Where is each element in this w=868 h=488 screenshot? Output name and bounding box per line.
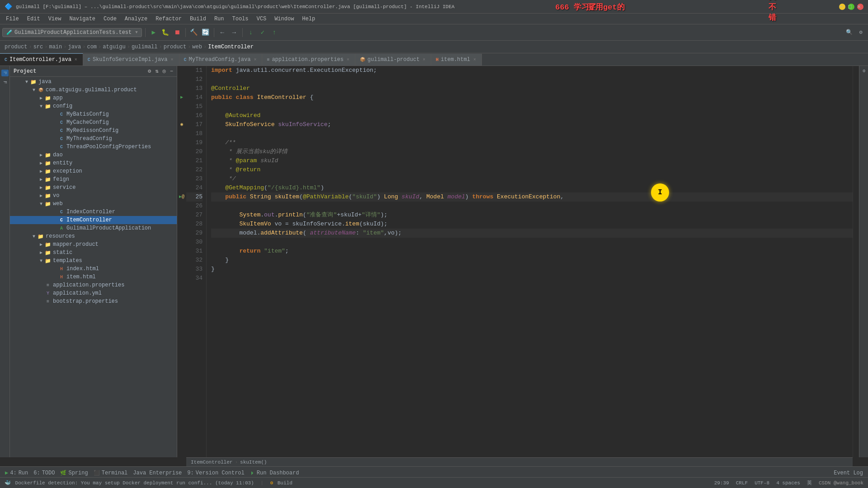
search-everywhere-button[interactable]: 🔍 — [844, 28, 854, 38]
tab-gulimall-product[interactable]: 📦 gulimall-product × — [355, 54, 431, 66]
tab-application-properties[interactable]: ≡ application.properties × — [262, 54, 355, 66]
tab-close-item-html[interactable]: × — [472, 57, 477, 63]
code-editor[interactable]: I ▶ ◉ — [177, 66, 859, 457]
menu-code[interactable]: Code — [100, 15, 120, 23]
build-button[interactable]: 🔨 — [189, 28, 199, 38]
bc-atguigu[interactable]: atguigu — [103, 44, 125, 50]
menu-navigate[interactable]: Navigate — [66, 15, 99, 23]
tree-threadpoolconfigproperties[interactable]: C ThreadPoolConfigProperties — [10, 143, 177, 151]
bottom-tab-event-log[interactable]: Event Log — [831, 469, 866, 477]
menu-build[interactable]: Build — [186, 15, 210, 23]
tree-feign-folder[interactable]: ▶ 📁 feign — [10, 175, 177, 183]
bottom-tab-java-enterprise[interactable]: Java Enterprise — [130, 469, 184, 477]
tree-resources-folder[interactable]: ▼ 📁 resources — [10, 232, 177, 240]
tab-mythreadconfig[interactable]: C MyThreadConfig.java × — [179, 54, 263, 66]
forward-button[interactable]: → — [229, 28, 239, 38]
tree-item-html[interactable]: H item.html — [10, 273, 177, 281]
tree-myredissonconfig[interactable]: C MyRedissonConfig — [10, 127, 177, 135]
tree-service-folder[interactable]: ▶ 📁 service — [10, 183, 177, 192]
tree-web-folder[interactable]: ▼ 📁 web — [10, 200, 177, 208]
tree-gulimallproductapplication[interactable]: A GulimallProductApplication — [10, 224, 177, 232]
tab-close-mythreadconfig[interactable]: × — [253, 57, 257, 63]
right-panel-structure[interactable]: ⚙ — [861, 68, 866, 73]
maximize-btn[interactable]: □ — [848, 4, 854, 10]
tree-entity-folder[interactable]: ▶ 📁 entity — [10, 159, 177, 167]
project-sort-icon[interactable]: ⇅ — [155, 68, 158, 75]
bc-com[interactable]: com — [87, 44, 97, 50]
bottom-tab-version-control[interactable]: 9: Version Control — [184, 469, 247, 477]
project-icon[interactable]: P — [1, 70, 9, 76]
status-position[interactable]: 29:39 — [714, 480, 729, 486]
tree-app-folder[interactable]: ▶ 📁 app — [10, 94, 177, 102]
vcs-update-button[interactable]: ↓ — [246, 28, 256, 38]
tab-close-itemcontroller[interactable]: × — [74, 57, 78, 63]
sync-button[interactable]: 🔄 — [201, 28, 211, 38]
back-button[interactable]: ← — [217, 28, 227, 38]
menu-file[interactable]: File — [2, 15, 23, 23]
tab-skuinfoserviceimpl[interactable]: C SkuInfoServiceImpl.java × — [83, 54, 179, 66]
tree-static-folder[interactable]: ▶ 📁 static — [10, 249, 177, 257]
bc-gulimall[interactable]: gulimall — [132, 44, 158, 50]
tree-templates-folder[interactable]: ▼ 📁 templates — [10, 257, 177, 265]
project-scroll-icon[interactable]: ◎ — [163, 68, 166, 75]
tree-dao-folder[interactable]: ▶ 📁 dao — [10, 151, 177, 159]
bc-web[interactable]: web — [192, 44, 202, 50]
status-build-label[interactable]: Build — [278, 480, 292, 486]
tree-mycacheconfig[interactable]: C MyCacheConfig — [10, 118, 177, 127]
bottom-tab-terminal[interactable]: ⬛ Terminal — [91, 469, 131, 477]
favorites-icon[interactable]: F — [1, 79, 9, 86]
menu-run[interactable]: Run — [211, 15, 228, 23]
tab-itemcontroller[interactable]: C ItemController.java × — [0, 53, 83, 66]
bottom-tab-todo[interactable]: 6: TODO — [31, 469, 57, 477]
tree-java-folder[interactable]: ▼ 📁 java — [10, 78, 177, 86]
editor-bc-file[interactable]: ItemController — [191, 460, 232, 465]
menu-vcs[interactable]: VCS — [253, 15, 270, 23]
menu-analyze[interactable]: Analyze — [121, 15, 151, 23]
tree-config-folder[interactable]: ▼ 📁 config — [10, 102, 177, 110]
vcs-commit-button[interactable]: ✓ — [258, 28, 268, 38]
menu-view[interactable]: View — [45, 15, 65, 23]
bottom-tab-run-dashboard[interactable]: ⏵ Run Dashboard — [247, 469, 302, 477]
minimize-btn[interactable]: − — [839, 4, 845, 10]
debug-button[interactable]: 🐛 — [160, 28, 170, 38]
tree-mythreadconfig[interactable]: C MyThreadConfig — [10, 135, 177, 143]
bc-main[interactable]: main — [49, 44, 62, 50]
menu-refactor[interactable]: Refactor — [152, 15, 185, 23]
menu-edit[interactable]: Edit — [24, 15, 44, 23]
run-marker-14[interactable]: ▶ — [180, 93, 183, 102]
stop-button[interactable]: ⏹ — [172, 28, 182, 38]
bc-src[interactable]: src — [33, 44, 43, 50]
status-encoding[interactable]: UTF-8 — [755, 480, 769, 486]
tab-close-gulimall-product[interactable]: × — [422, 57, 426, 63]
bc-product2[interactable]: product — [164, 44, 186, 50]
editor-bc-method[interactable]: skuItem() — [240, 460, 267, 465]
tree-bootstrap-properties[interactable]: ≡ bootstrap.properties — [10, 297, 177, 305]
menu-tools[interactable]: Tools — [229, 15, 252, 23]
bc-java[interactable]: java — [68, 44, 81, 50]
tab-close-application-properties[interactable]: × — [346, 57, 350, 63]
tab-item-html[interactable]: H item.html × — [431, 54, 482, 66]
menu-help[interactable]: Help — [298, 15, 319, 23]
tree-mapper-folder[interactable]: ▶ 📁 mapper.product — [10, 240, 177, 249]
bottom-tab-spring[interactable]: 🌿 Spring — [57, 469, 90, 477]
bottom-tab-run[interactable]: ▶ 4: Run — [2, 469, 31, 477]
menu-window[interactable]: Window — [271, 15, 297, 23]
settings-button[interactable]: ⚙ — [856, 28, 866, 38]
run-config-dropdown[interactable]: 🧪 GulimallProductApplicationTests.test ▼ — [2, 28, 142, 37]
status-line-sep[interactable]: CRLF — [736, 480, 748, 486]
project-expand-icon[interactable]: − — [170, 68, 173, 75]
project-settings-icon[interactable]: ⚙ — [148, 68, 151, 75]
tree-vo-folder[interactable]: ▶ 📁 vo — [10, 192, 177, 200]
tree-indexcontroller[interactable]: C IndexController — [10, 208, 177, 216]
tab-close-skuinfoserviceimpl[interactable]: × — [170, 57, 175, 63]
tree-index-html[interactable]: H index.html — [10, 265, 177, 273]
vcs-push-button[interactable]: ↑ — [269, 28, 279, 38]
bc-product[interactable]: product — [5, 44, 27, 50]
tree-itemcontroller[interactable]: C ItemController — [10, 216, 177, 224]
close-btn[interactable]: × — [857, 4, 863, 10]
tree-mybatisconfig[interactable]: C MyBatisConfig — [10, 110, 177, 118]
tree-application-properties[interactable]: ≡ application.properties — [10, 281, 177, 289]
tree-exception-folder[interactable]: ▶ 📁 exception — [10, 167, 177, 175]
run-button[interactable]: ▶ — [149, 28, 159, 38]
tree-application-yml[interactable]: Y application.yml — [10, 289, 177, 297]
